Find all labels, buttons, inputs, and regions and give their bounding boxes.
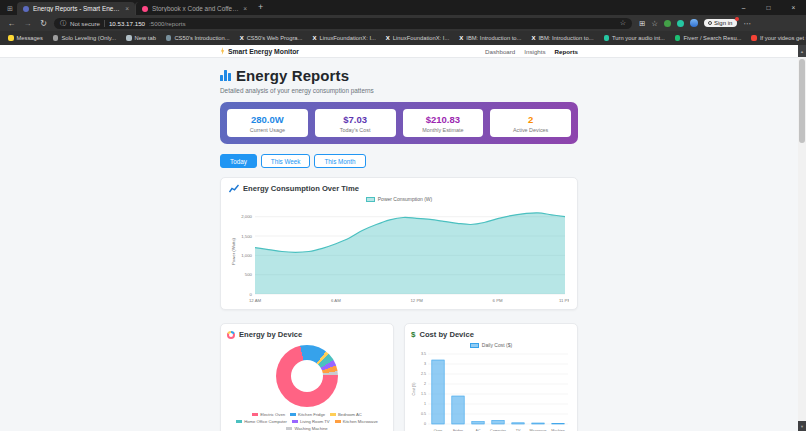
cost-by-device-card: $ Cost by Device Daily Cost ($) 00.511.5… bbox=[404, 323, 578, 431]
window-controls: – □ × bbox=[731, 0, 806, 14]
stat-card: 2Active Devices bbox=[490, 109, 571, 137]
consumption-area-chart: 05001,0001,5002,00012 AM6 AM12 PM6 PM11 … bbox=[229, 204, 569, 304]
legend-item[interactable]: Bedroom AC bbox=[330, 412, 362, 417]
bookmark-item[interactable]: If your videos get st... bbox=[751, 35, 806, 41]
legend-swatch bbox=[252, 413, 258, 417]
stat-label: Today's Cost bbox=[317, 127, 394, 133]
chart-legend[interactable]: Power Consumption (W) bbox=[229, 196, 569, 202]
brand-label: Smart Energy Monitor bbox=[228, 48, 299, 55]
svg-text:2,000: 2,000 bbox=[241, 214, 252, 219]
bookmark-label: LinuxFoundationX: I... bbox=[393, 35, 449, 41]
svg-text:500: 500 bbox=[245, 272, 253, 277]
tab-close-icon[interactable]: × bbox=[243, 5, 247, 12]
url-host: 10.53.17.150 bbox=[109, 20, 145, 27]
main-content: Energy Reports Detailed analysis of your… bbox=[0, 58, 798, 431]
extension-icon[interactable] bbox=[677, 20, 684, 27]
legend-item[interactable]: Living Room TV bbox=[292, 419, 330, 424]
bar-chart-icon bbox=[220, 70, 231, 81]
nav-link-reports[interactable]: Reports bbox=[555, 48, 578, 55]
legend-item[interactable]: Washing Machine bbox=[286, 426, 327, 431]
bookmark-item[interactable]: New tab bbox=[126, 35, 156, 41]
svg-text:11 PM: 11 PM bbox=[559, 298, 569, 303]
bookmark-label: Messages bbox=[17, 35, 43, 41]
stat-card: 280.0WCurrent Usage bbox=[227, 109, 308, 137]
sign-in-button[interactable]: Sign in bbox=[704, 19, 737, 27]
legend-item[interactable]: Kitchen Fridge bbox=[290, 412, 325, 417]
bookmark-item[interactable]: Solo Leveling (Only... bbox=[53, 35, 116, 41]
collections-icon[interactable]: ⊞ bbox=[639, 19, 645, 28]
bookmark-label: CS50's Introduction... bbox=[174, 35, 229, 41]
bookmark-item[interactable]: XLinuxFoundationX: I... bbox=[312, 35, 375, 41]
close-button[interactable]: × bbox=[781, 0, 806, 14]
energy-by-device-card: Energy by Device Electric OvenKitchen Fr… bbox=[220, 323, 394, 431]
maximize-button[interactable]: □ bbox=[756, 0, 781, 14]
bookmark-item[interactable]: Messages bbox=[8, 35, 43, 41]
page-title-row: Energy Reports bbox=[220, 58, 578, 84]
toolbar-right-cluster: ⊞ ☆ Sign in ⋯ bbox=[639, 19, 751, 28]
favorites-star-icon[interactable]: ☆ bbox=[620, 19, 626, 27]
page-title: Energy Reports bbox=[236, 67, 349, 84]
svg-text:1.5: 1.5 bbox=[421, 392, 426, 396]
bookmark-item[interactable]: Fiverr / Search Resu... bbox=[675, 35, 742, 41]
bookmark-item[interactable]: XIBM: Introduction to... bbox=[531, 35, 593, 41]
legend-item[interactable]: Electric Oven bbox=[252, 412, 285, 417]
bookmark-item[interactable]: XCS50's Web Progra... bbox=[240, 35, 303, 41]
stat-card: $7.03Today's Cost bbox=[315, 109, 396, 137]
site-brand[interactable]: Smart Energy Monitor bbox=[220, 47, 299, 55]
tab-close-icon[interactable]: × bbox=[125, 5, 129, 12]
svg-text:0.5: 0.5 bbox=[421, 412, 426, 416]
stat-value: $7.03 bbox=[317, 114, 394, 125]
svg-text:6 PM: 6 PM bbox=[493, 298, 503, 303]
extension-icon[interactable] bbox=[664, 20, 671, 27]
bookmark-item[interactable]: Turn your audio int... bbox=[604, 35, 665, 41]
new-tab-button[interactable]: + bbox=[258, 2, 263, 12]
scrollbar-thumb[interactable] bbox=[799, 59, 805, 143]
nav-link-dashboard[interactable]: Dashboard bbox=[485, 48, 515, 55]
back-icon[interactable]: ← bbox=[6, 19, 17, 28]
legend-label: Electric Oven bbox=[260, 412, 285, 417]
browser-tab-active[interactable]: Energy Reports - Smart Energy M... × bbox=[17, 2, 135, 15]
forward-icon[interactable]: → bbox=[22, 19, 33, 28]
svg-text:3: 3 bbox=[424, 362, 426, 366]
period-tab-this-month[interactable]: This Month bbox=[314, 154, 365, 168]
bookmark-favicon-icon bbox=[166, 35, 172, 41]
settings-menu-icon[interactable]: ⋯ bbox=[743, 19, 751, 28]
browser-toolbar: ← → ↻ ⓘ Not secure 10.53.17.150 :5000/re… bbox=[0, 15, 806, 31]
refresh-icon[interactable]: ↻ bbox=[38, 19, 49, 28]
legend-item[interactable]: Kitchen Microwave bbox=[335, 419, 378, 424]
legend-label: Kitchen Microwave bbox=[343, 419, 378, 424]
bookmark-item[interactable]: XLinuxFoundationX: I... bbox=[386, 35, 449, 41]
stats-summary: 280.0WCurrent Usage$7.03Today's Cost$210… bbox=[220, 102, 578, 144]
tab-favicon-icon bbox=[142, 6, 148, 12]
bookmark-item[interactable]: CS50's Introduction... bbox=[166, 35, 230, 41]
legend-item[interactable]: Home Office Computer bbox=[236, 419, 287, 424]
svg-text:2: 2 bbox=[424, 382, 426, 386]
bookmark-favicon-icon bbox=[8, 35, 14, 41]
bookmark-item[interactable]: XIBM: Introduction to... bbox=[459, 35, 521, 41]
svg-text:12 PM: 12 PM bbox=[410, 298, 423, 303]
bookmark-label: Fiverr / Search Resu... bbox=[683, 35, 741, 41]
period-tab-today[interactable]: Today bbox=[220, 154, 257, 168]
profile-avatar[interactable] bbox=[690, 19, 698, 27]
svg-text:1,500: 1,500 bbox=[241, 234, 252, 239]
page-scrollbar[interactable]: ▲ ▼ bbox=[798, 45, 806, 431]
browser-window: ⊞ Energy Reports - Smart Energy M... × S… bbox=[0, 0, 806, 431]
svg-text:Power (Watts): Power (Watts) bbox=[231, 237, 236, 265]
stat-label: Active Devices bbox=[492, 127, 569, 133]
browser-tab[interactable]: Storybook x Code and Coffee Ho... × bbox=[135, 2, 253, 15]
scroll-down-icon[interactable]: ▼ bbox=[798, 421, 806, 431]
nav-link-insights[interactable]: Insights bbox=[524, 48, 545, 55]
address-bar[interactable]: ⓘ Not secure 10.53.17.150 :5000/reports … bbox=[54, 18, 632, 29]
svg-text:0: 0 bbox=[424, 422, 426, 426]
bookmark-label: New tab bbox=[135, 35, 156, 41]
stat-value: $210.83 bbox=[405, 114, 482, 125]
chart-legend[interactable]: Daily Cost ($) bbox=[411, 342, 571, 348]
tab-actions-icon[interactable]: ⊞ bbox=[3, 2, 17, 15]
minimize-button[interactable]: – bbox=[731, 0, 756, 14]
scroll-up-icon[interactable]: ▲ bbox=[798, 45, 806, 57]
favorites-icon[interactable]: ☆ bbox=[651, 19, 658, 28]
svg-text:2.5: 2.5 bbox=[421, 372, 426, 376]
period-tab-this-week[interactable]: This Week bbox=[261, 154, 311, 168]
consumption-chart-title: Energy Consumption Over Time bbox=[243, 184, 359, 193]
svg-text:3.5: 3.5 bbox=[421, 352, 426, 356]
